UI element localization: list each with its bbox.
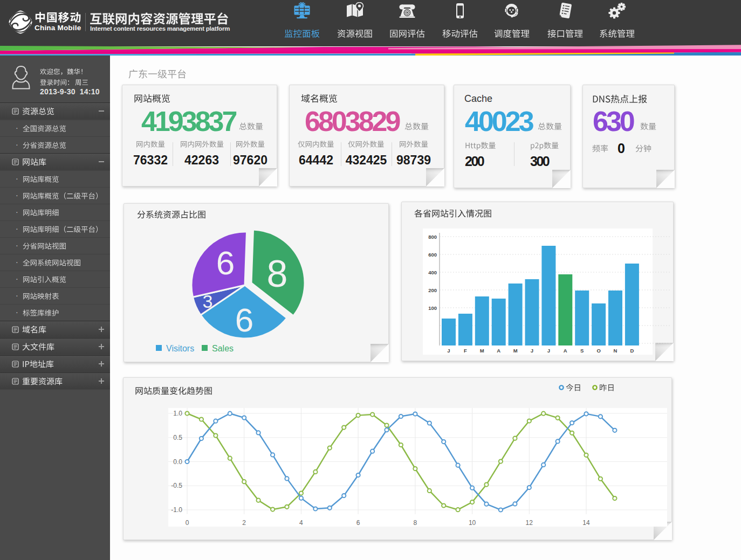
svg-text:A: A	[564, 348, 567, 354]
svg-text:N: N	[614, 348, 618, 354]
svg-text:0: 0	[186, 519, 189, 527]
svg-text:M: M	[480, 348, 484, 354]
svg-text:12: 12	[526, 519, 533, 527]
svg-text:S: S	[580, 348, 584, 354]
svg-text:6: 6	[356, 519, 360, 527]
svg-text:8: 8	[414, 519, 417, 527]
svg-text:0.0: 0.0	[173, 458, 182, 466]
svg-text:2: 2	[242, 519, 246, 527]
svg-text:14: 14	[582, 519, 590, 527]
svg-text:8: 8	[267, 253, 288, 295]
svg-text:J: J	[547, 348, 550, 354]
svg-text:O: O	[596, 348, 600, 354]
svg-text:6: 6	[216, 244, 235, 281]
svg-text:-1.0: -1.0	[171, 506, 182, 514]
svg-text:D: D	[630, 348, 634, 354]
svg-text:600: 600	[428, 252, 437, 258]
svg-text:F: F	[464, 348, 467, 354]
svg-text:3: 3	[203, 291, 213, 312]
svg-text:100: 100	[428, 305, 437, 311]
svg-text:1.0: 1.0	[173, 410, 182, 417]
svg-text:800: 800	[428, 234, 437, 240]
svg-text:10: 10	[469, 519, 476, 527]
svg-text:0.5: 0.5	[173, 434, 182, 441]
svg-text:200: 200	[428, 287, 437, 293]
svg-text:J: J	[531, 348, 533, 354]
svg-text:M: M	[513, 348, 518, 354]
svg-text:6: 6	[235, 301, 253, 338]
svg-text:400: 400	[428, 269, 437, 275]
svg-text:A: A	[497, 348, 500, 354]
svg-text:4: 4	[299, 519, 303, 527]
svg-text:-0.5: -0.5	[171, 482, 182, 489]
svg-text:J: J	[447, 348, 450, 354]
